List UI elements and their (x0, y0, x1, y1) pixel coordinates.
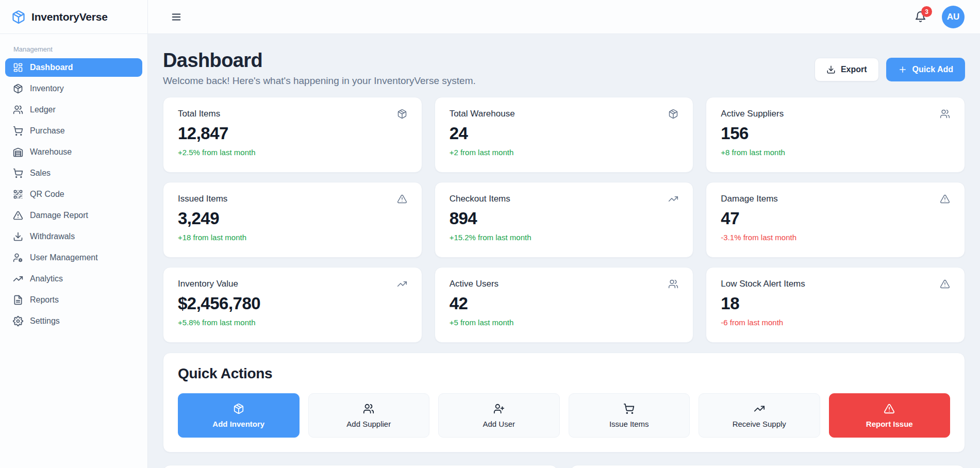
sidebar-item-label: Dashboard (30, 63, 73, 72)
stat-card-value: 3,249 (178, 209, 407, 228)
add-user-button[interactable]: Add User (438, 393, 560, 438)
stat-card-issued-items: Issued Items 3,249 +18 from last month (163, 182, 422, 258)
stat-card-title: Active Suppliers (721, 109, 784, 119)
sidebar-item-qr-code[interactable]: QR Code (5, 185, 142, 204)
sidebar-item-reports[interactable]: Reports (5, 291, 142, 309)
sidebar-item-label: QR Code (30, 190, 64, 199)
alert-triangle-icon (940, 194, 950, 204)
stats-grid: Total Items 12,847 +2.5% from last month… (163, 97, 965, 343)
sidebar-item-label: Settings (30, 316, 60, 326)
sidebar-item-user-management[interactable]: User Management (5, 248, 142, 267)
add-inventory-button[interactable]: Add Inventory (178, 393, 300, 438)
receive-supply-button[interactable]: Receive Supply (699, 393, 820, 438)
bottom-cards-row (163, 465, 965, 468)
topbar-right: 3 AU (915, 6, 965, 28)
stat-card-change: +5 from last month (450, 318, 679, 327)
stat-card-value: 42 (450, 294, 679, 313)
quick-add-button[interactable]: Quick Add (886, 58, 965, 81)
stat-card-value: 894 (450, 209, 679, 228)
sidebar-item-label: Purchase (30, 126, 65, 136)
sidebar-item-label: Warehouse (30, 147, 72, 157)
sidebar-item-damage-report[interactable]: Damage Report (5, 206, 142, 225)
warehouse-icon (13, 147, 23, 157)
package-icon (233, 403, 244, 414)
header-actions: Export Quick Add (815, 58, 965, 81)
stat-card-active-users: Active Users 42 +5 from last month (435, 267, 694, 343)
menu-icon (171, 11, 182, 23)
stat-card-title: Active Users (450, 279, 499, 289)
trending-up-icon (668, 194, 678, 204)
stat-card-damage-items: Damage Items 47 -3.1% from last month (706, 182, 965, 258)
sidebar-item-ledger[interactable]: Ledger (5, 101, 142, 119)
user-cog-icon (13, 253, 23, 263)
topbar: 3 AU (148, 0, 980, 34)
page-title: Dashboard (163, 49, 476, 72)
download-icon (826, 65, 836, 74)
stat-card-value: $2,456,780 (178, 294, 407, 313)
sidebar-item-settings[interactable]: Settings (5, 312, 142, 330)
users-icon (13, 105, 23, 115)
file-text-icon (13, 295, 23, 305)
sidebar-item-purchase[interactable]: Purchase (5, 122, 142, 140)
package-icon (668, 109, 678, 119)
sidebar-item-warehouse[interactable]: Warehouse (5, 143, 142, 161)
cart-icon (13, 126, 23, 136)
page-header-text: Dashboard Welcome back! Here's what's ha… (163, 49, 476, 87)
package-icon (397, 109, 407, 119)
sidebar-item-label: Withdrawals (30, 232, 75, 241)
stat-card-title: Inventory Value (178, 279, 238, 289)
alert-triangle-icon (940, 279, 950, 289)
trending-up-icon (13, 274, 23, 284)
stat-card-active-suppliers: Active Suppliers 156 +8 from last month (706, 97, 965, 173)
quick-add-button-label: Quick Add (912, 65, 953, 74)
trending-up-icon (397, 279, 407, 289)
export-button-label: Export (841, 65, 867, 74)
sidebar-header: InventoryVerse (0, 0, 147, 34)
trending-up-icon (754, 403, 765, 414)
app-title: InventoryVerse (31, 11, 108, 23)
stat-card-title: Low Stock Alert Items (721, 279, 805, 289)
sidebar-item-label: Sales (30, 169, 51, 178)
user-plus-icon (493, 403, 505, 414)
stat-card-value: 47 (721, 209, 950, 228)
sidebar-item-sales[interactable]: Sales (5, 164, 142, 182)
stat-card-title: Total Items (178, 109, 220, 119)
sidebar-item-withdrawals[interactable]: Withdrawals (5, 227, 142, 246)
sidebar-item-inventory[interactable]: Inventory (5, 79, 142, 98)
notifications-button[interactable]: 3 (915, 11, 926, 23)
alert-triangle-icon (884, 403, 895, 414)
issue-items-button[interactable]: Issue Items (569, 393, 690, 438)
add-supplier-button[interactable]: Add Supplier (308, 393, 430, 438)
sidebar-item-label: Damage Report (30, 211, 88, 220)
stat-card-change: +8 from last month (721, 148, 950, 157)
stat-card-title: Issued Items (178, 194, 227, 204)
stat-card-change: -6 from last month (721, 318, 950, 327)
app-root: InventoryVerse Management Dashboard Inve… (0, 0, 980, 468)
cart-icon (623, 403, 635, 414)
user-avatar[interactable]: AU (942, 6, 965, 28)
sidebar: InventoryVerse Management Dashboard Inve… (0, 0, 148, 468)
sidebar-item-label: Reports (30, 295, 59, 305)
stat-card-value: 12,847 (178, 124, 407, 143)
stat-card-title: Total Warehouse (450, 109, 515, 119)
sidebar-item-label: Analytics (30, 274, 63, 283)
report-issue-button[interactable]: Report Issue (829, 393, 951, 438)
page-header: Dashboard Welcome back! Here's what's ha… (163, 49, 965, 87)
cart-icon (13, 168, 23, 178)
sidebar-toggle-button[interactable] (171, 11, 182, 23)
alert-triangle-icon (397, 194, 407, 204)
sidebar-item-dashboard[interactable]: Dashboard (5, 58, 142, 77)
stat-card-change: +5.8% from last month (178, 318, 407, 327)
sidebar-item-analytics[interactable]: Analytics (5, 270, 142, 288)
export-button[interactable]: Export (815, 58, 879, 81)
gear-icon (13, 316, 23, 326)
quick-actions-title: Quick Actions (178, 365, 950, 382)
dashboard-grid-icon (13, 62, 23, 73)
stat-card-change: +18 from last month (178, 233, 407, 242)
stat-card-title: Checkout Items (450, 194, 510, 204)
sidebar-nav: Dashboard Inventory Ledger Purchase Ware… (0, 58, 147, 330)
plus-icon (898, 65, 907, 74)
stat-card-value: 18 (721, 294, 950, 313)
users-icon (940, 109, 950, 119)
stat-card-total-warehouse: Total Warehouse 24 +2 from last month (435, 97, 694, 173)
